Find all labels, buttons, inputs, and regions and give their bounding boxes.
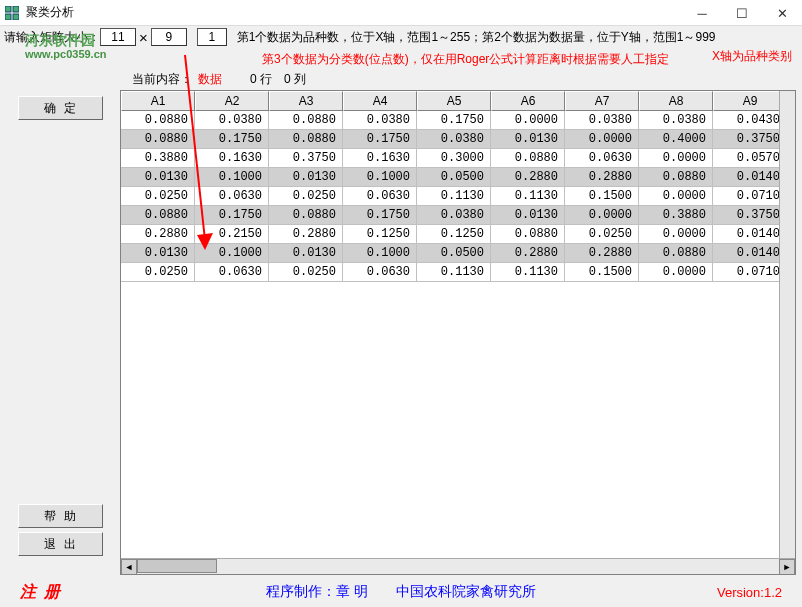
cols-input[interactable] bbox=[151, 28, 187, 46]
table-cell[interactable]: 0.2150 bbox=[195, 225, 269, 244]
vertical-scrollbar[interactable] bbox=[779, 91, 795, 558]
data-table[interactable]: A1A2A3A4A5A6A7A8A90.08800.03800.08800.03… bbox=[120, 90, 796, 575]
table-cell[interactable]: 0.4000 bbox=[639, 130, 713, 149]
column-header[interactable]: A8 bbox=[639, 91, 713, 111]
table-cell[interactable]: 0.3000 bbox=[417, 149, 491, 168]
table-cell[interactable]: 0.0880 bbox=[639, 244, 713, 263]
scroll-right-button[interactable]: ► bbox=[779, 559, 795, 575]
table-cell[interactable]: 0.2880 bbox=[565, 244, 639, 263]
table-cell[interactable]: 0.0250 bbox=[269, 263, 343, 282]
table-cell[interactable]: 0.0130 bbox=[121, 244, 195, 263]
table-cell[interactable]: 0.2880 bbox=[565, 168, 639, 187]
table-cell[interactable]: 0.1000 bbox=[195, 244, 269, 263]
table-cell[interactable]: 0.0000 bbox=[565, 206, 639, 225]
table-cell[interactable]: 0.0880 bbox=[491, 149, 565, 168]
table-cell[interactable]: 0.3750 bbox=[713, 130, 787, 149]
table-cell[interactable]: 0.3750 bbox=[269, 149, 343, 168]
table-cell[interactable]: 0.0430 bbox=[713, 111, 787, 130]
table-cell[interactable]: 0.0500 bbox=[417, 244, 491, 263]
column-header[interactable]: A3 bbox=[269, 91, 343, 111]
groups-input[interactable] bbox=[197, 28, 227, 46]
column-header[interactable]: A1 bbox=[121, 91, 195, 111]
table-cell[interactable]: 0.0380 bbox=[343, 111, 417, 130]
table-cell[interactable]: 0.1630 bbox=[343, 149, 417, 168]
table-cell[interactable]: 0.0250 bbox=[565, 225, 639, 244]
table-cell[interactable]: 0.0880 bbox=[491, 225, 565, 244]
table-cell[interactable]: 0.0880 bbox=[269, 206, 343, 225]
table-cell[interactable]: 0.0500 bbox=[417, 168, 491, 187]
table-cell[interactable]: 0.0130 bbox=[121, 168, 195, 187]
table-cell[interactable]: 0.1500 bbox=[565, 263, 639, 282]
table-cell[interactable]: 0.0880 bbox=[121, 206, 195, 225]
column-header[interactable]: A7 bbox=[565, 91, 639, 111]
table-cell[interactable]: 0.1130 bbox=[417, 187, 491, 206]
table-cell[interactable]: 0.0710 bbox=[713, 263, 787, 282]
help-button[interactable]: 帮助 bbox=[18, 504, 103, 528]
table-cell[interactable]: 0.0880 bbox=[639, 168, 713, 187]
table-cell[interactable]: 0.0380 bbox=[417, 130, 491, 149]
table-cell[interactable]: 0.0000 bbox=[491, 111, 565, 130]
table-cell[interactable]: 0.1750 bbox=[195, 130, 269, 149]
maximize-button[interactable]: ☐ bbox=[722, 0, 762, 26]
table-cell[interactable]: 0.2880 bbox=[491, 168, 565, 187]
table-cell[interactable]: 0.0880 bbox=[269, 130, 343, 149]
table-cell[interactable]: 0.0380 bbox=[195, 111, 269, 130]
table-cell[interactable]: 0.0130 bbox=[491, 130, 565, 149]
table-cell[interactable]: 0.0630 bbox=[195, 263, 269, 282]
table-cell[interactable]: 0.1630 bbox=[195, 149, 269, 168]
table-cell[interactable]: 0.0380 bbox=[639, 111, 713, 130]
table-cell[interactable]: 0.0130 bbox=[269, 168, 343, 187]
table-cell[interactable]: 0.0250 bbox=[121, 263, 195, 282]
scroll-left-button[interactable]: ◄ bbox=[121, 559, 137, 575]
horizontal-scrollbar[interactable]: ◄ ► bbox=[121, 558, 795, 574]
table-cell[interactable]: 0.0000 bbox=[639, 149, 713, 168]
table-cell[interactable]: 0.1750 bbox=[417, 111, 491, 130]
table-cell[interactable]: 0.0630 bbox=[343, 187, 417, 206]
table-cell[interactable]: 0.1000 bbox=[343, 168, 417, 187]
scroll-track[interactable] bbox=[137, 559, 779, 574]
close-button[interactable]: ✕ bbox=[762, 0, 802, 26]
column-header[interactable]: A9 bbox=[713, 91, 787, 111]
table-cell[interactable]: 0.0380 bbox=[565, 111, 639, 130]
table-cell[interactable]: 0.0630 bbox=[343, 263, 417, 282]
table-cell[interactable]: 0.0140 bbox=[713, 244, 787, 263]
column-header[interactable]: A4 bbox=[343, 91, 417, 111]
scroll-thumb[interactable] bbox=[137, 559, 217, 573]
column-header[interactable]: A5 bbox=[417, 91, 491, 111]
table-cell[interactable]: 0.1250 bbox=[343, 225, 417, 244]
table-cell[interactable]: 0.3880 bbox=[121, 149, 195, 168]
table-cell[interactable]: 0.1750 bbox=[343, 130, 417, 149]
rows-input[interactable] bbox=[100, 28, 136, 46]
table-cell[interactable]: 0.0000 bbox=[639, 263, 713, 282]
table-cell[interactable]: 0.0710 bbox=[713, 187, 787, 206]
table-cell[interactable]: 0.0130 bbox=[491, 206, 565, 225]
confirm-button[interactable]: 确定 bbox=[18, 96, 103, 120]
table-cell[interactable]: 0.0130 bbox=[269, 244, 343, 263]
column-header[interactable]: A2 bbox=[195, 91, 269, 111]
table-cell[interactable]: 0.0630 bbox=[195, 187, 269, 206]
table-cell[interactable]: 0.2880 bbox=[121, 225, 195, 244]
table-cell[interactable]: 0.0880 bbox=[121, 111, 195, 130]
column-header[interactable]: A6 bbox=[491, 91, 565, 111]
table-cell[interactable]: 0.3880 bbox=[639, 206, 713, 225]
table-cell[interactable]: 0.0570 bbox=[713, 149, 787, 168]
table-cell[interactable]: 0.0250 bbox=[121, 187, 195, 206]
table-cell[interactable]: 0.1130 bbox=[417, 263, 491, 282]
table-cell[interactable]: 0.0880 bbox=[269, 111, 343, 130]
table-cell[interactable]: 0.1130 bbox=[491, 187, 565, 206]
exit-button[interactable]: 退出 bbox=[18, 532, 103, 556]
table-cell[interactable]: 0.1500 bbox=[565, 187, 639, 206]
table-cell[interactable]: 0.1130 bbox=[491, 263, 565, 282]
table-cell[interactable]: 0.1250 bbox=[417, 225, 491, 244]
table-cell[interactable]: 0.0140 bbox=[713, 225, 787, 244]
table-cell[interactable]: 0.1000 bbox=[343, 244, 417, 263]
table-cell[interactable]: 0.0630 bbox=[565, 149, 639, 168]
table-cell[interactable]: 0.1750 bbox=[343, 206, 417, 225]
table-cell[interactable]: 0.0380 bbox=[417, 206, 491, 225]
minimize-button[interactable]: ─ bbox=[682, 0, 722, 26]
table-cell[interactable]: 0.0000 bbox=[565, 130, 639, 149]
table-cell[interactable]: 0.1750 bbox=[195, 206, 269, 225]
table-cell[interactable]: 0.3750 bbox=[713, 206, 787, 225]
table-cell[interactable]: 0.0140 bbox=[713, 168, 787, 187]
table-cell[interactable]: 0.0880 bbox=[121, 130, 195, 149]
